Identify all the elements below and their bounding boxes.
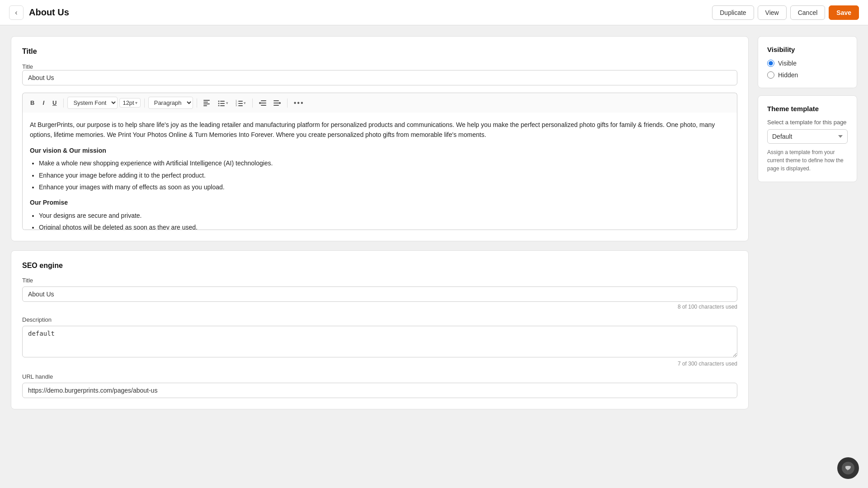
editor-paragraph-1: At BurgerPrints, our purpose is to help …	[30, 120, 730, 140]
page-title: About Us	[29, 7, 707, 18]
italic-button[interactable]: I	[39, 98, 47, 108]
indent-icon	[274, 100, 281, 106]
topbar-actions: Duplicate View Cancel Save	[712, 5, 859, 20]
list-dropdown-arrow: ▾	[226, 101, 228, 105]
unordered-list-icon	[218, 100, 225, 106]
divider-1	[63, 99, 64, 108]
svg-rect-18	[261, 105, 266, 106]
ordered-list-icon: 1. 2. 3.	[236, 100, 243, 106]
visibility-options: Visible Hidden	[767, 60, 848, 79]
svg-rect-21	[274, 105, 279, 106]
svg-point-4	[218, 100, 219, 102]
svg-rect-15	[238, 105, 243, 106]
svg-rect-0	[203, 100, 210, 101]
seo-title-label: Title	[22, 277, 737, 284]
editor-vision-list: Make a whole new shopping experience wit…	[30, 158, 730, 192]
outdent-icon	[259, 100, 266, 106]
url-handle-input[interactable]	[22, 383, 737, 398]
font-family-select[interactable]: System Font	[67, 97, 118, 109]
svg-rect-5	[220, 101, 225, 102]
svg-point-6	[218, 103, 219, 104]
cancel-button[interactable]: Cancel	[790, 5, 826, 20]
svg-rect-9	[220, 105, 225, 106]
font-size-value: 12pt	[123, 99, 134, 106]
paragraph-select[interactable]: Paragraph	[148, 97, 193, 109]
theme-select-label: Select a template for this page	[767, 119, 848, 126]
main-content: Title Title B I U System Font 12pt ▾	[11, 36, 749, 409]
seo-title-char-count: 8 of 100 characters used	[22, 304, 737, 310]
svg-point-8	[218, 105, 219, 106]
seo-title-input[interactable]	[22, 286, 737, 302]
hidden-label: Hidden	[778, 71, 798, 79]
hidden-option[interactable]: Hidden	[767, 71, 848, 79]
theme-template-title: Theme template	[767, 105, 848, 113]
ol-dropdown-arrow: ▾	[244, 101, 246, 105]
svg-rect-11	[238, 101, 243, 102]
unordered-list-button[interactable]: ▾	[215, 98, 231, 108]
svg-rect-16	[261, 100, 266, 101]
duplicate-button[interactable]: Duplicate	[712, 5, 754, 20]
ordered-list-button[interactable]: 1. 2. 3. ▾	[233, 98, 249, 108]
visible-option[interactable]: Visible	[767, 60, 848, 67]
chat-bubble[interactable]	[837, 457, 859, 479]
url-handle-label: URL handle	[22, 373, 737, 380]
chevron-left-icon: ‹	[15, 9, 17, 17]
outdent-button[interactable]	[256, 99, 269, 108]
visibility-title: Visibility	[767, 46, 848, 53]
svg-rect-2	[203, 103, 210, 104]
editor-promise-list: Your designs are secure and private. Ori…	[30, 211, 730, 230]
visible-label: Visible	[778, 60, 797, 67]
editor-content[interactable]: At BurgerPrints, our purpose is to help …	[22, 113, 737, 230]
bold-button[interactable]: B	[27, 98, 38, 108]
indent-button[interactable]	[271, 99, 283, 108]
divider-4	[252, 99, 253, 108]
list-item: Original photos will be deleted as soon …	[39, 222, 730, 230]
divider-3	[197, 99, 197, 108]
divider-5	[287, 99, 288, 108]
list-item: Your designs are secure and private.	[39, 211, 730, 221]
title-input[interactable]	[22, 70, 737, 85]
theme-template-select[interactable]: Default	[767, 129, 848, 144]
svg-rect-7	[220, 103, 225, 104]
title-card-heading: Title	[22, 47, 737, 56]
editor-toolbar: B I U System Font 12pt ▾ Paragraph	[22, 93, 737, 113]
svg-rect-3	[203, 105, 207, 106]
divider-2	[144, 99, 145, 108]
theme-template-card: Theme template Select a template for thi…	[758, 95, 857, 182]
topbar: ‹ About Us Duplicate View Cancel Save	[0, 0, 868, 25]
align-left-icon	[203, 100, 211, 106]
list-item: Make a whole new shopping experience wit…	[39, 158, 730, 168]
visible-radio[interactable]	[767, 60, 774, 67]
svg-rect-13	[238, 103, 243, 104]
font-size-arrow: ▾	[135, 100, 137, 105]
editor-heading-vision: Our vision & Our mission	[30, 145, 730, 155]
align-left-button[interactable]	[201, 98, 213, 108]
underline-button[interactable]: U	[49, 98, 60, 108]
seo-description-char-count: 7 of 300 characters used	[22, 361, 737, 367]
svg-rect-1	[203, 102, 208, 103]
visibility-card: Visibility Visible Hidden	[758, 36, 857, 88]
main-layout: Title Title B I U System Font 12pt ▾	[0, 25, 868, 420]
sidebar: Visibility Visible Hidden Theme template…	[758, 36, 857, 182]
svg-rect-19	[274, 100, 279, 101]
list-item: Enhance your images with many of effects…	[39, 182, 730, 192]
editor-heading-promise: Our Promise	[30, 197, 730, 207]
back-button[interactable]: ‹	[9, 5, 24, 20]
chat-icon	[842, 462, 854, 474]
title-card: Title Title B I U System Font 12pt ▾	[11, 36, 749, 241]
list-item: Enhance your image before adding it to t…	[39, 170, 730, 180]
more-options-button[interactable]: •••	[291, 97, 307, 109]
seo-description-label: Description	[22, 316, 737, 323]
seo-description-input[interactable]: default	[22, 326, 737, 357]
title-field-label: Title	[22, 63, 33, 70]
save-button[interactable]: Save	[829, 5, 859, 20]
view-button[interactable]: View	[758, 5, 787, 20]
hidden-radio[interactable]	[767, 71, 774, 79]
seo-card: SEO engine Title 8 of 100 characters use…	[11, 250, 749, 409]
seo-card-heading: SEO engine	[22, 262, 737, 270]
svg-text:3.: 3.	[236, 104, 237, 106]
theme-description: Assign a template from your current them…	[767, 148, 848, 173]
